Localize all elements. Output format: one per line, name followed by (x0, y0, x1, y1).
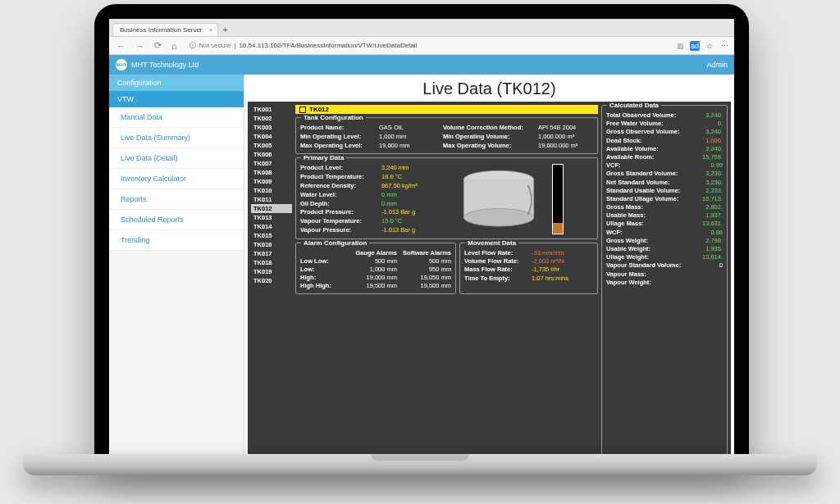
sidebar-section-configuration[interactable]: Configuration (109, 75, 244, 91)
svg-point-1 (463, 209, 533, 226)
value: 0.99 (698, 161, 723, 169)
value: 2,802. (698, 203, 723, 211)
value: 2,240. (698, 145, 723, 152)
sidebar-item[interactable]: Inventory Calculator (109, 169, 244, 189)
label: Vapour Standard Volume: (606, 261, 696, 269)
tank-list-item[interactable]: TK007 (251, 159, 292, 168)
value: 500 mm (400, 257, 451, 265)
reload-icon[interactable]: ⟳ (152, 40, 164, 51)
label: Max Operating Volume: (443, 142, 533, 149)
tank-list-item[interactable]: TK018 (251, 258, 292, 267)
label: Vapour Temperature: (300, 217, 378, 225)
browser-address-bar: ← → ⟳ ⌂ ⓘ Not secure | 10.54.113.102/TFA… (109, 37, 734, 55)
tank-list-item[interactable]: TK009 (251, 177, 292, 186)
user-menu[interactable]: Admin (706, 61, 728, 69)
value (698, 270, 723, 278)
extension-icon[interactable]: ad (690, 41, 700, 51)
label: VCF: (606, 161, 696, 169)
value: 3,230. (698, 170, 723, 177)
back-icon[interactable]: ← (114, 41, 128, 51)
value: 19,500 mm (400, 282, 451, 289)
sidebar-item[interactable]: Live Data (Detail) (109, 148, 244, 169)
label: Available Volume: (606, 145, 696, 152)
label: Level Flow Rate: (464, 249, 528, 257)
value: -1.013 Bar g (381, 208, 418, 216)
value: -2,003 m³/hr (532, 257, 593, 265)
value: 0.86 (698, 229, 723, 236)
info-icon: ⓘ (189, 41, 196, 50)
tank-list-item[interactable]: TK008 (251, 168, 292, 177)
value: 2,799. (698, 237, 723, 244)
label: Standard Ullage Volume: (606, 195, 696, 202)
sidebar-item[interactable]: Scheduled Reports (109, 210, 244, 230)
extension-icon[interactable]: ▥ (675, 41, 685, 51)
tank-list-item[interactable]: TK013 (251, 213, 292, 222)
tank-list-item[interactable]: TK002 (251, 114, 292, 123)
label: Product Temperature: (300, 173, 378, 181)
new-tab-button[interactable]: + (218, 23, 233, 36)
sidebar-item[interactable]: Manual Data (109, 107, 244, 128)
tank-list-item[interactable]: TK010 (251, 186, 292, 195)
label: Standard Usable Volume: (606, 187, 696, 194)
sidebar-section-vtw[interactable]: VTW (109, 91, 244, 107)
favorite-icon[interactable]: ☆ (705, 41, 714, 51)
more-icon[interactable]: ⋯ (719, 41, 729, 51)
value: 500 mm (346, 257, 397, 265)
browser-tab[interactable]: Business Information Server × (112, 23, 218, 36)
tank-list-item[interactable]: TK001 (251, 105, 292, 114)
sidebar-item[interactable]: Trending (109, 230, 244, 251)
label: Gross Observed Volume: (606, 128, 696, 135)
label: Ullage Weight: (606, 253, 696, 261)
label: Ullage Mass: (606, 220, 696, 227)
value: -33 mm/min (532, 249, 593, 257)
value: API 54B 2004 (538, 124, 593, 131)
tank-list-item[interactable]: TK016 (251, 240, 292, 249)
tank-list-item[interactable]: TK006 (251, 150, 292, 159)
extension-bar: ▥ ad ☆ ⋯ (675, 41, 729, 51)
tank-list-item[interactable]: TK014 (251, 222, 292, 231)
tank-list-item[interactable]: TK019 (251, 267, 292, 276)
forward-icon[interactable]: → (133, 41, 147, 51)
tank-list-item[interactable]: TK004 (251, 132, 292, 141)
app-header: MHT MHT Technology Ltd Admin (109, 55, 734, 75)
tank-list-item[interactable]: TK020 (251, 276, 292, 285)
value: 0 mm (381, 191, 418, 199)
home-icon[interactable]: ⌂ (169, 41, 180, 51)
value: 0 mm (381, 200, 418, 208)
movement-data-panel: Movement Data Level Flow Rate:-33 mm/min… (459, 243, 598, 294)
panel-title: Primary Data (301, 154, 346, 161)
label: Vapour Mass: (606, 270, 696, 278)
tank-list-item[interactable]: TK015 (251, 231, 292, 240)
column-header: Software Alarms (400, 249, 451, 257)
label: WCF: (606, 229, 696, 236)
value: 2,233. (698, 187, 723, 194)
tank-visual (424, 164, 593, 234)
tank-icon (454, 166, 544, 232)
tank-header: TK012 (295, 105, 598, 114)
close-icon[interactable]: × (209, 26, 213, 34)
label: Free Water Volume: (606, 120, 696, 127)
tank-list-item[interactable]: TK012 (251, 204, 292, 213)
column-header: Gauge Alarms (346, 249, 397, 257)
label: Usable Mass: (606, 211, 696, 219)
sidebar-item[interactable]: Reports (109, 189, 244, 210)
label: Vapour Weight: (606, 279, 696, 286)
calculated-data-panel: Calculated Data Total Observed Volume:3,… (601, 105, 728, 456)
label: Product Pressure: (300, 208, 378, 216)
value: GAS OIL (379, 124, 438, 131)
tank-list-item[interactable]: TK003 (251, 123, 292, 132)
tank-list-item[interactable]: TK017 (251, 249, 292, 258)
label: Low Low: (300, 257, 343, 265)
sidebar-item[interactable]: Live Data (Summary) (109, 128, 244, 148)
brand-logo-icon: MHT (116, 59, 127, 70)
label: Total Observed Volume: (606, 111, 696, 119)
value: 3,240 mm (381, 164, 418, 172)
tank-list-item[interactable]: TK011 (251, 195, 292, 204)
label: Max Operating Level: (300, 142, 374, 149)
value: 0 (698, 261, 723, 269)
expand-icon[interactable] (299, 107, 306, 113)
value: 19,500 mm (346, 282, 397, 289)
tank-list-item[interactable]: TK005 (251, 141, 292, 150)
value: 19,000 mm (379, 142, 438, 149)
url-input[interactable]: ⓘ Not secure | 10.54.113.102/TFA/Busines… (185, 39, 670, 52)
